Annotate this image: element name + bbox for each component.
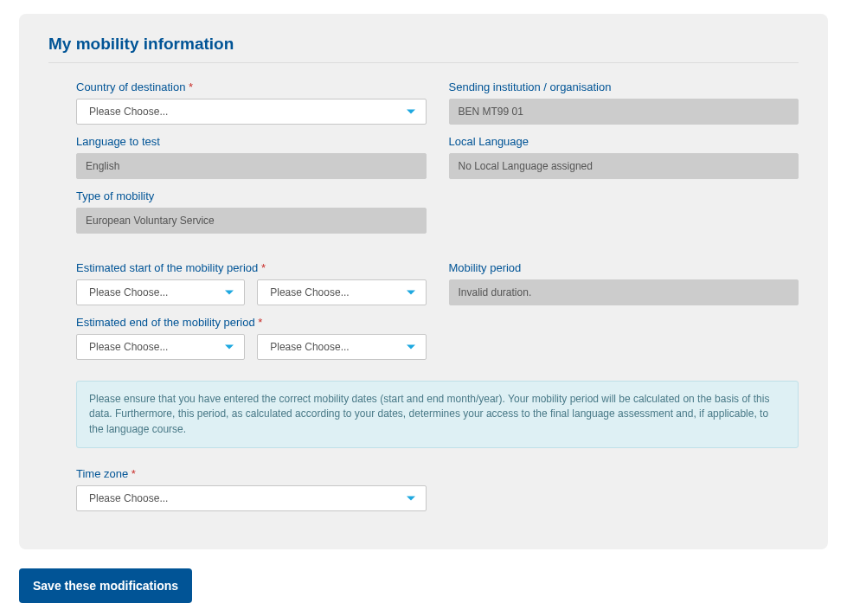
- estimated-end-field: Estimated end of the mobility period * P…: [76, 316, 427, 360]
- mobility-type-field: Type of mobility European Voluntary Serv…: [76, 189, 427, 234]
- form-body: Country of destination * Please Choose..…: [48, 80, 799, 511]
- required-mark: *: [189, 80, 193, 93]
- timezone-label-text: Time zone: [76, 467, 128, 480]
- empty-col: [449, 316, 799, 360]
- timezone-select-value: Please Choose...: [89, 492, 168, 504]
- mobility-period-label: Mobility period: [449, 261, 799, 274]
- mobility-type-label: Type of mobility: [76, 189, 427, 202]
- row-mobility-type: Type of mobility European Voluntary Serv…: [76, 189, 799, 234]
- panel-title: My mobility information: [48, 35, 799, 63]
- estimated-end-month-value: Please Choose...: [89, 341, 168, 353]
- chevron-down-icon: [225, 291, 234, 295]
- language-test-label: Language to test: [76, 135, 427, 148]
- country-label: Country of destination *: [76, 80, 427, 93]
- chevron-down-icon: [407, 110, 415, 114]
- sending-institution-value: BEN MT99 01: [449, 99, 799, 125]
- estimated-end-year-value: Please Choose...: [270, 341, 349, 353]
- row-end: Estimated end of the mobility period * P…: [76, 316, 799, 360]
- required-mark: *: [261, 261, 266, 274]
- save-button[interactable]: Save these modifications: [19, 568, 192, 603]
- estimated-end-label-text: Estimated end of the mobility period: [76, 316, 255, 329]
- mobility-period-field: Mobility period Invalid duration.: [449, 261, 799, 305]
- chevron-down-icon: [407, 291, 415, 295]
- mobility-info-panel: My mobility information Country of desti…: [19, 14, 828, 549]
- estimated-end-pair: Please Choose... Please Choose...: [76, 334, 427, 360]
- country-select-value: Please Choose...: [89, 106, 168, 118]
- language-test-field: Language to test English: [76, 135, 427, 179]
- info-alert: Please ensure that you have entered the …: [76, 381, 799, 448]
- local-language-field: Local Language No Local Language assigne…: [449, 135, 799, 179]
- timezone-select[interactable]: Please Choose...: [76, 485, 427, 511]
- empty-col: [449, 467, 799, 511]
- timezone-label: Time zone *: [76, 467, 427, 480]
- chevron-down-icon: [407, 345, 415, 350]
- row-languages: Language to test English Local Language …: [76, 135, 799, 179]
- local-language-label: Local Language: [449, 135, 799, 148]
- spacer: [76, 244, 799, 261]
- empty-col: [449, 189, 799, 234]
- sending-institution-field: Sending institution / organisation BEN M…: [449, 80, 799, 125]
- mobility-period-value: Invalid duration.: [449, 279, 799, 305]
- timezone-field: Time zone * Please Choose...: [76, 467, 427, 511]
- required-mark: *: [132, 467, 136, 480]
- estimated-start-month-select[interactable]: Please Choose...: [76, 279, 245, 305]
- estimated-start-label: Estimated start of the mobility period *: [76, 261, 427, 274]
- estimated-end-month-select[interactable]: Please Choose...: [76, 334, 245, 360]
- estimated-start-pair: Please Choose... Please Choose...: [76, 279, 427, 305]
- estimated-start-label-text: Estimated start of the mobility period: [76, 261, 258, 274]
- row-country-sending: Country of destination * Please Choose..…: [76, 80, 799, 125]
- row-timezone: Time zone * Please Choose...: [76, 467, 799, 511]
- mobility-type-value: European Voluntary Service: [76, 208, 427, 234]
- sending-institution-label: Sending institution / organisation: [449, 80, 799, 93]
- country-label-text: Country of destination: [76, 80, 185, 93]
- country-field: Country of destination * Please Choose..…: [76, 80, 427, 125]
- estimated-end-label: Estimated end of the mobility period *: [76, 316, 427, 329]
- chevron-down-icon: [407, 497, 415, 501]
- estimated-start-year-value: Please Choose...: [270, 286, 349, 298]
- estimated-start-field: Estimated start of the mobility period *…: [76, 261, 427, 305]
- estimated-end-year-select[interactable]: Please Choose...: [257, 334, 426, 360]
- language-test-value: English: [76, 153, 427, 179]
- chevron-down-icon: [225, 345, 234, 350]
- estimated-start-year-select[interactable]: Please Choose...: [257, 279, 426, 305]
- row-start-period: Estimated start of the mobility period *…: [76, 261, 799, 305]
- local-language-value: No Local Language assigned: [449, 153, 799, 179]
- required-mark: *: [258, 316, 262, 329]
- country-select[interactable]: Please Choose...: [76, 99, 427, 125]
- estimated-start-month-value: Please Choose...: [89, 286, 168, 298]
